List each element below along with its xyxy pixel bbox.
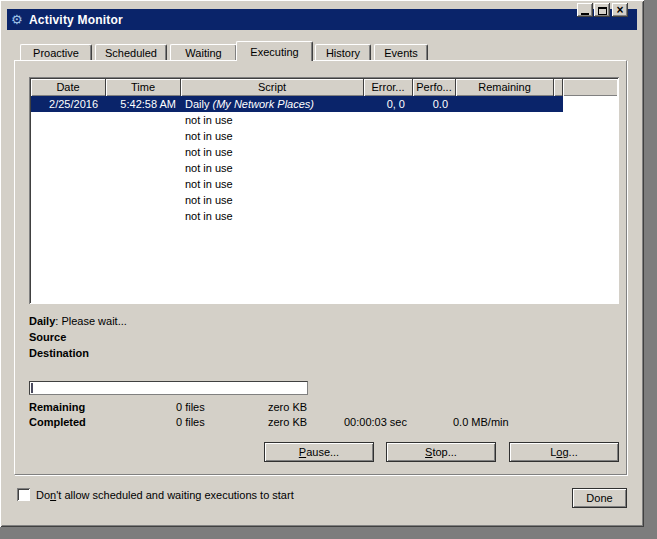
execution-script: Daily (My Network Places) bbox=[181, 98, 364, 110]
remaining-stats-row: Remaining 0 files zero KB bbox=[29, 401, 614, 415]
progress-bar-fill bbox=[31, 383, 33, 393]
executions-list: Date Time Script Error... Perfo... Remai… bbox=[29, 77, 619, 304]
activity-monitor-window: ⚙ Activity Monitor × Proactive Scheduled… bbox=[0, 0, 644, 527]
tab-events[interactable]: Events bbox=[374, 44, 428, 61]
execution-slot-row[interactable]: not in use bbox=[31, 176, 619, 192]
tab-executing[interactable]: Executing bbox=[236, 41, 313, 61]
pause-button[interactable]: Pause... bbox=[264, 442, 374, 462]
window-title: Activity Monitor bbox=[29, 13, 123, 27]
tab-scheduled[interactable]: Scheduled bbox=[95, 44, 167, 61]
execution-slot-row[interactable]: not in use bbox=[31, 192, 619, 208]
desktop-background: ⚙ Activity Monitor × Proactive Scheduled… bbox=[0, 0, 657, 539]
column-header-errors[interactable]: Error... bbox=[364, 79, 413, 96]
list-header: Date Time Script Error... Perfo... Remai… bbox=[31, 79, 617, 96]
execution-slot-row[interactable]: not in use bbox=[31, 128, 619, 144]
dont-allow-executions-label[interactable]: Don't allow scheduled and waiting execut… bbox=[36, 489, 294, 501]
elapsed-time: 00:00:03 sec bbox=[344, 416, 407, 428]
execution-time: 5:42:58 AM bbox=[106, 98, 181, 110]
close-button[interactable]: × bbox=[612, 3, 628, 17]
tab-scheduled-label: Scheduled bbox=[105, 47, 157, 59]
tab-executing-label: Executing bbox=[250, 46, 298, 58]
dont-allow-executions-row: Don't allow scheduled and waiting execut… bbox=[17, 488, 294, 501]
current-script-status: Daily: Please wait... bbox=[29, 315, 127, 327]
tab-waiting[interactable]: Waiting bbox=[170, 44, 237, 61]
column-header-date[interactable]: Date bbox=[31, 79, 106, 96]
tab-history-label: History bbox=[326, 47, 360, 59]
maximize-icon bbox=[598, 7, 607, 15]
destination-label: Destination bbox=[29, 347, 89, 359]
tab-events-label: Events bbox=[384, 47, 418, 59]
pause-label-post: ause... bbox=[306, 446, 339, 458]
checkbox-label-pre: Do bbox=[36, 489, 50, 501]
current-script-name: Daily bbox=[29, 315, 55, 327]
checkbox-label-post: 't allow scheduled and waiting execution… bbox=[56, 489, 294, 501]
log-label-post: g... bbox=[562, 446, 577, 458]
remaining-files: 0 files bbox=[176, 401, 205, 413]
completed-stats-row: Completed 0 files zero KB 00:00:03 sec 0… bbox=[29, 416, 614, 430]
remaining-label: Remaining bbox=[29, 401, 85, 413]
remaining-size: zero KB bbox=[268, 401, 307, 413]
completed-label: Completed bbox=[29, 416, 86, 428]
column-header-performance[interactable]: Perfo... bbox=[413, 79, 456, 96]
done-button[interactable]: Done bbox=[572, 488, 627, 508]
tab-proactive-label: Proactive bbox=[33, 47, 79, 59]
close-icon: × bbox=[616, 4, 623, 16]
minimize-icon bbox=[581, 13, 589, 15]
column-header-remaining[interactable]: Remaining bbox=[456, 79, 554, 96]
column-header-filler bbox=[563, 79, 617, 96]
column-header-spacer bbox=[554, 79, 563, 96]
execution-slot-row[interactable]: not in use bbox=[31, 160, 619, 176]
tab-history[interactable]: History bbox=[315, 44, 371, 61]
column-header-time[interactable]: Time bbox=[106, 79, 181, 96]
completed-files: 0 files bbox=[176, 416, 205, 428]
titlebar[interactable]: ⚙ Activity Monitor bbox=[7, 9, 637, 30]
progress-bar bbox=[29, 381, 308, 395]
app-gear-icon: ⚙ bbox=[11, 13, 29, 26]
done-label: Done bbox=[586, 492, 612, 504]
tab-proactive[interactable]: Proactive bbox=[20, 44, 92, 61]
script-source: (My Network Places) bbox=[213, 98, 314, 110]
completed-size: zero KB bbox=[268, 416, 307, 428]
execution-slot-row[interactable]: not in use bbox=[31, 112, 619, 128]
execution-date: 2/25/2016 bbox=[31, 98, 106, 110]
minimize-button[interactable] bbox=[577, 3, 593, 17]
execution-slot-row[interactable]: not in use bbox=[31, 208, 619, 224]
log-button[interactable]: Log... bbox=[509, 442, 619, 462]
tab-waiting-label: Waiting bbox=[185, 47, 221, 59]
execution-row-selected[interactable]: 2/25/2016 5:42:58 AM Daily (My Network P… bbox=[31, 96, 563, 112]
script-name: Daily bbox=[185, 98, 213, 110]
current-script-message: : Please wait... bbox=[55, 315, 127, 327]
execution-performance: 0.0 bbox=[413, 98, 456, 110]
stop-button[interactable]: Stop... bbox=[386, 442, 496, 462]
stop-label-post: top... bbox=[432, 446, 456, 458]
source-label: Source bbox=[29, 331, 66, 343]
column-header-script[interactable]: Script bbox=[181, 79, 364, 96]
transfer-rate: 0.0 MB/min bbox=[453, 416, 509, 428]
execution-slot-row[interactable]: not in use bbox=[31, 144, 619, 160]
maximize-button[interactable] bbox=[594, 3, 610, 17]
executing-tab-page: Date Time Script Error... Perfo... Remai… bbox=[14, 60, 627, 475]
dont-allow-executions-checkbox[interactable] bbox=[17, 488, 30, 501]
execution-errors: 0, 0 bbox=[364, 98, 413, 110]
